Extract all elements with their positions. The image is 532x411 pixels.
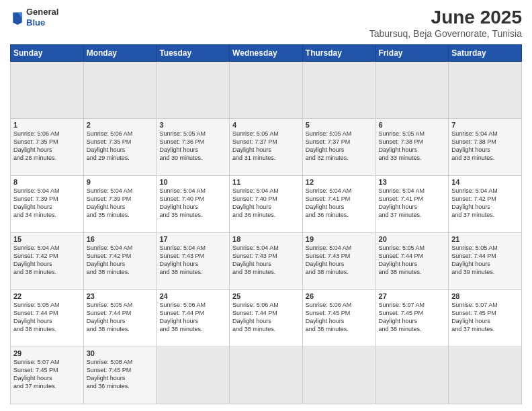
table-row: 9 Sunrise: 5:04 AM Sunset: 7:39 PM Dayli… — [83, 176, 157, 233]
day-number: 10 — [159, 178, 226, 186]
table-row — [449, 62, 522, 119]
table-row — [11, 62, 84, 119]
cell-info: Sunrise: 5:05 AM Sunset: 7:44 PM Dayligh… — [451, 244, 519, 277]
cell-info: Sunrise: 5:06 AM Sunset: 7:35 PM Dayligh… — [13, 130, 81, 163]
table-row: 27 Sunrise: 5:07 AM Sunset: 7:45 PM Dayl… — [375, 290, 449, 347]
table-row — [302, 62, 375, 119]
day-number: 16 — [87, 235, 154, 243]
table-row — [83, 62, 157, 119]
logo-text: General Blue — [26, 7, 58, 28]
logo-general: General — [26, 7, 58, 17]
cell-info: Sunrise: 5:05 AM Sunset: 7:38 PM Dayligh… — [379, 130, 446, 163]
day-number: 11 — [232, 178, 300, 186]
table-row: 8 Sunrise: 5:04 AM Sunset: 7:39 PM Dayli… — [11, 176, 84, 233]
cell-info: Sunrise: 5:07 AM Sunset: 7:45 PM Dayligh… — [379, 301, 446, 334]
cell-info: Sunrise: 5:04 AM Sunset: 7:39 PM Dayligh… — [87, 187, 154, 220]
cell-info: Sunrise: 5:05 AM Sunset: 7:37 PM Dayligh… — [232, 130, 300, 163]
cell-info: Sunrise: 5:07 AM Sunset: 7:45 PM Dayligh… — [451, 301, 519, 334]
table-row — [449, 347, 522, 404]
day-number: 3 — [159, 121, 226, 129]
cell-info: Sunrise: 5:06 AM Sunset: 7:45 PM Dayligh… — [306, 301, 373, 334]
calendar-week-0 — [11, 62, 522, 119]
cell-info: Sunrise: 5:04 AM Sunset: 7:42 PM Dayligh… — [13, 244, 81, 277]
table-row: 25 Sunrise: 5:06 AM Sunset: 7:44 PM Dayl… — [230, 290, 303, 347]
cell-info: Sunrise: 5:08 AM Sunset: 7:45 PM Dayligh… — [87, 358, 154, 391]
table-row: 28 Sunrise: 5:07 AM Sunset: 7:45 PM Dayl… — [449, 290, 522, 347]
table-row: 18 Sunrise: 5:04 AM Sunset: 7:43 PM Dayl… — [230, 233, 303, 290]
day-number: 20 — [379, 235, 446, 243]
table-row: 17 Sunrise: 5:04 AM Sunset: 7:43 PM Dayl… — [157, 233, 230, 290]
table-row: 10 Sunrise: 5:04 AM Sunset: 7:40 PM Dayl… — [157, 176, 230, 233]
calendar-header-row: Sunday Monday Tuesday Wednesday Thursday… — [11, 45, 522, 62]
cell-info: Sunrise: 5:05 AM Sunset: 7:44 PM Dayligh… — [87, 301, 154, 334]
table-row — [375, 62, 449, 119]
calendar-week-4: 22 Sunrise: 5:05 AM Sunset: 7:44 PM Dayl… — [11, 290, 522, 347]
day-number: 25 — [232, 292, 300, 300]
calendar-week-3: 15 Sunrise: 5:04 AM Sunset: 7:42 PM Dayl… — [11, 233, 522, 290]
table-row: 12 Sunrise: 5:04 AM Sunset: 7:41 PM Dayl… — [302, 176, 375, 233]
header-friday: Friday — [375, 45, 449, 62]
cell-info: Sunrise: 5:04 AM Sunset: 7:40 PM Dayligh… — [159, 187, 226, 220]
day-number: 23 — [87, 292, 154, 300]
cell-info: Sunrise: 5:05 AM Sunset: 7:44 PM Dayligh… — [379, 244, 446, 277]
table-row: 23 Sunrise: 5:05 AM Sunset: 7:44 PM Dayl… — [83, 290, 157, 347]
header-tuesday: Tuesday — [157, 45, 230, 62]
table-row: 24 Sunrise: 5:06 AM Sunset: 7:44 PM Dayl… — [157, 290, 230, 347]
header-sunday: Sunday — [11, 45, 84, 62]
cell-info: Sunrise: 5:05 AM Sunset: 7:36 PM Dayligh… — [159, 130, 226, 163]
day-number: 5 — [306, 121, 373, 129]
day-number: 21 — [451, 235, 519, 243]
calendar-week-5: 29 Sunrise: 5:07 AM Sunset: 7:45 PM Dayl… — [11, 347, 522, 404]
day-number: 9 — [87, 178, 154, 186]
table-row: 26 Sunrise: 5:06 AM Sunset: 7:45 PM Dayl… — [302, 290, 375, 347]
calendar-title: June 2025 — [369, 7, 522, 28]
day-number: 6 — [379, 121, 446, 129]
table-row: 22 Sunrise: 5:05 AM Sunset: 7:44 PM Dayl… — [11, 290, 84, 347]
cell-info: Sunrise: 5:04 AM Sunset: 7:43 PM Dayligh… — [159, 244, 226, 277]
cell-info: Sunrise: 5:04 AM Sunset: 7:39 PM Dayligh… — [13, 187, 81, 220]
table-row: 4 Sunrise: 5:05 AM Sunset: 7:37 PM Dayli… — [230, 119, 303, 176]
calendar-table: Sunday Monday Tuesday Wednesday Thursday… — [10, 44, 522, 404]
calendar-week-1: 1 Sunrise: 5:06 AM Sunset: 7:35 PM Dayli… — [11, 119, 522, 176]
day-number: 29 — [13, 349, 81, 357]
cell-info: Sunrise: 5:05 AM Sunset: 7:37 PM Dayligh… — [306, 130, 373, 163]
table-row — [157, 347, 230, 404]
logo-icon — [11, 10, 24, 25]
day-number: 30 — [87, 349, 154, 357]
table-row — [302, 347, 375, 404]
header: General Blue June 2025 Tabursuq, Beja Go… — [10, 7, 522, 39]
cell-info: Sunrise: 5:04 AM Sunset: 7:40 PM Dayligh… — [232, 187, 300, 220]
day-number: 17 — [159, 235, 226, 243]
cell-info: Sunrise: 5:05 AM Sunset: 7:44 PM Dayligh… — [13, 301, 81, 334]
table-row: 20 Sunrise: 5:05 AM Sunset: 7:44 PM Dayl… — [375, 233, 449, 290]
cell-info: Sunrise: 5:04 AM Sunset: 7:41 PM Dayligh… — [379, 187, 446, 220]
table-row: 7 Sunrise: 5:04 AM Sunset: 7:38 PM Dayli… — [449, 119, 522, 176]
cell-info: Sunrise: 5:06 AM Sunset: 7:44 PM Dayligh… — [232, 301, 300, 334]
header-thursday: Thursday — [302, 45, 375, 62]
day-number: 7 — [451, 121, 519, 129]
day-number: 2 — [87, 121, 154, 129]
day-number: 27 — [379, 292, 446, 300]
cell-info: Sunrise: 5:07 AM Sunset: 7:45 PM Dayligh… — [13, 358, 81, 391]
cell-info: Sunrise: 5:04 AM Sunset: 7:41 PM Dayligh… — [306, 187, 373, 220]
day-number: 13 — [379, 178, 446, 186]
cell-info: Sunrise: 5:06 AM Sunset: 7:44 PM Dayligh… — [159, 301, 226, 334]
cell-info: Sunrise: 5:04 AM Sunset: 7:43 PM Dayligh… — [306, 244, 373, 277]
table-row — [375, 347, 449, 404]
day-number: 8 — [13, 178, 81, 186]
cell-info: Sunrise: 5:06 AM Sunset: 7:35 PM Dayligh… — [87, 130, 154, 163]
day-number: 15 — [13, 235, 81, 243]
page: General Blue June 2025 Tabursuq, Beja Go… — [0, 0, 532, 411]
day-number: 4 — [232, 121, 300, 129]
cell-info: Sunrise: 5:04 AM Sunset: 7:42 PM Dayligh… — [451, 187, 519, 220]
table-row: 6 Sunrise: 5:05 AM Sunset: 7:38 PM Dayli… — [375, 119, 449, 176]
day-number: 26 — [306, 292, 373, 300]
day-number: 18 — [232, 235, 300, 243]
cell-info: Sunrise: 5:04 AM Sunset: 7:43 PM Dayligh… — [232, 244, 300, 277]
calendar-week-2: 8 Sunrise: 5:04 AM Sunset: 7:39 PM Dayli… — [11, 176, 522, 233]
table-row: 14 Sunrise: 5:04 AM Sunset: 7:42 PM Dayl… — [449, 176, 522, 233]
cell-info: Sunrise: 5:04 AM Sunset: 7:42 PM Dayligh… — [87, 244, 154, 277]
header-saturday: Saturday — [449, 45, 522, 62]
table-row: 19 Sunrise: 5:04 AM Sunset: 7:43 PM Dayl… — [302, 233, 375, 290]
logo-blue: Blue — [26, 17, 58, 28]
